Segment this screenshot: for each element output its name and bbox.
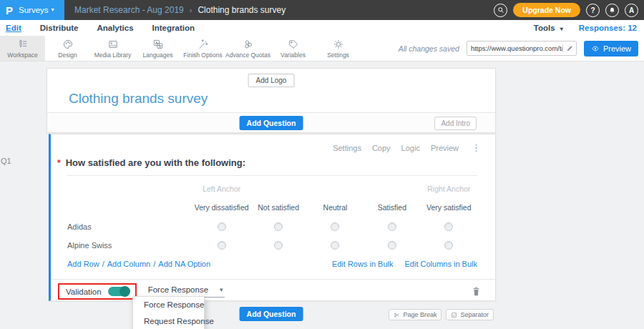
save-status: All changes saved (399, 44, 459, 53)
matrix-cell (307, 236, 364, 255)
toolbar-item-media-library[interactable]: Media Library (90, 36, 135, 61)
question-settings-link[interactable]: Settings (333, 144, 361, 152)
matrix-cell (193, 217, 250, 236)
toolbar-item-workspace[interactable]: Workspace (0, 36, 45, 61)
matrix-spacer (67, 180, 193, 197)
toolbar-item-advance-quotas[interactable]: Advance Quotas (225, 36, 270, 61)
right-anchor-label: Right Anchor (421, 180, 477, 197)
radio-option[interactable] (274, 222, 283, 231)
matrix-cell (364, 236, 420, 255)
toolbar-item-languages[interactable]: Languages (135, 36, 180, 61)
breadcrumb: Market Research - Aug 2019 › Clothing br… (74, 5, 286, 15)
radio-option[interactable] (444, 222, 453, 231)
tools-menu[interactable]: Tools ▾ (534, 24, 563, 32)
add-column-link[interactable]: Add Column (107, 260, 151, 268)
add-question-button-bottom[interactable]: Add Question (240, 307, 303, 321)
matrix-cell (250, 236, 306, 255)
question-actions: Settings Copy Logic Preview ⋮ (333, 142, 481, 153)
radio-option[interactable] (331, 222, 339, 231)
questionpro-logo-icon: P (6, 4, 13, 16)
validation-row: Validation Force Response ▾ (58, 283, 481, 300)
toolbar-right: All changes saved Preview (399, 36, 644, 61)
toolbar-item-design[interactable]: Design (45, 36, 90, 61)
surveys-menu[interactable]: P Surveys ▾ (0, 0, 64, 20)
kebab-menu-icon[interactable]: ⋮ (472, 142, 481, 153)
search-icon (497, 6, 504, 14)
radio-option[interactable] (331, 241, 339, 250)
toolbar-item-settings[interactable]: Settings (316, 36, 361, 61)
notifications-button[interactable] (605, 4, 619, 17)
add-intro-button[interactable]: Add Intro (434, 117, 477, 130)
left-anchor-label: Left Anchor (193, 180, 250, 197)
chevron-down-icon: ▾ (560, 26, 563, 32)
matrix-cell (193, 236, 250, 255)
responses-link[interactable]: Responses: 12 (579, 24, 637, 32)
survey-url-input[interactable] (471, 44, 562, 52)
editor-toolbar: Workspace Design Media Library Languages… (0, 36, 644, 62)
matrix-spacer (364, 180, 420, 197)
breadcrumb-folder[interactable]: Market Research - Aug 2019 (74, 5, 184, 15)
radio-option[interactable] (218, 241, 226, 250)
matrix-cell (421, 217, 477, 236)
tab-edit[interactable]: Edit (6, 24, 21, 32)
section-navbar: Edit Distribute Analytics Integration To… (0, 20, 644, 36)
divider (51, 279, 495, 280)
pencil-icon (566, 44, 574, 52)
page-break-button[interactable]: Page Break (389, 309, 441, 320)
question-text[interactable]: How satisfied are you with the following… (66, 157, 245, 168)
upgrade-now-button[interactable]: Upgrade Now (513, 3, 580, 17)
matrix-spacer (67, 197, 193, 217)
preview-button[interactable]: Preview (584, 41, 638, 57)
gear-icon (333, 39, 344, 50)
toolbar-item-finish-options[interactable]: Finish Options (180, 36, 225, 61)
question-copy-link[interactable]: Copy (372, 144, 391, 152)
chevron-down-icon: ▾ (220, 287, 223, 293)
product-label: Surveys (19, 6, 49, 14)
question-logic-link[interactable]: Logic (401, 144, 420, 152)
radio-option[interactable] (388, 241, 396, 250)
matrix-cell (364, 217, 420, 236)
toggle-knob (119, 286, 130, 297)
validation-toggle[interactable] (108, 287, 130, 296)
matrix-table: Left Anchor Right Anchor Very dissatisfi… (67, 180, 477, 255)
add-na-option-link[interactable]: Add NA Option (158, 260, 210, 268)
row-label: Adidas (67, 217, 193, 236)
help-button[interactable]: ? (586, 4, 600, 17)
palette-icon (62, 39, 74, 50)
scissors-icon (394, 312, 400, 318)
search-button[interactable] (494, 4, 507, 17)
radio-option[interactable] (274, 241, 283, 250)
add-row-link[interactable]: Add Row (67, 260, 99, 268)
toolbar-item-variables[interactable]: Variables (270, 36, 316, 61)
workspace-icon (17, 39, 29, 50)
validation-dropdown-menu: Force Response Request Response (132, 296, 205, 329)
column-header: Satisfied (364, 197, 420, 217)
tab-analytics[interactable]: Analytics (97, 24, 133, 32)
chevron-down-icon: ▾ (52, 7, 54, 13)
tab-distribute[interactable]: Distribute (40, 24, 79, 32)
add-question-button-top[interactable]: Add Question (240, 116, 303, 130)
radio-option[interactable] (444, 241, 453, 250)
account-avatar[interactable]: A (625, 4, 638, 17)
edit-rows-in-bulk-link[interactable]: Edit Rows in Bulk (332, 260, 394, 268)
question-preview-link[interactable]: Preview (431, 144, 459, 152)
edit-columns-in-bulk-link[interactable]: Edit Columns in Bulk (405, 260, 478, 268)
delete-question-button[interactable] (472, 286, 481, 297)
page-controls: Page Break Separator (389, 309, 494, 320)
dropdown-option-request-response[interactable]: Request Response (133, 313, 204, 329)
edit-url-button[interactable] (562, 44, 574, 52)
add-logo-button[interactable]: Add Logo (248, 74, 295, 87)
radio-option[interactable] (218, 222, 226, 231)
top-header: P Surveys ▾ Market Research - Aug 2019 ›… (0, 0, 644, 20)
column-header: Neutral (307, 197, 364, 217)
matrix-spacer (307, 180, 364, 197)
radio-option[interactable] (388, 222, 396, 231)
question-text-row: * How satisfied are you with the followi… (57, 157, 245, 168)
separator-button[interactable]: Separator (446, 309, 494, 320)
translate-icon (152, 39, 164, 50)
dropdown-option-force-response[interactable]: Force Response (133, 297, 204, 313)
survey-title[interactable]: Clothing brands survey (69, 91, 208, 107)
survey-header-card: Add Logo Clothing brands survey Add Ques… (47, 68, 496, 133)
tab-integration[interactable]: Integration (152, 24, 195, 32)
column-header: Very dissatisfied (193, 197, 250, 217)
